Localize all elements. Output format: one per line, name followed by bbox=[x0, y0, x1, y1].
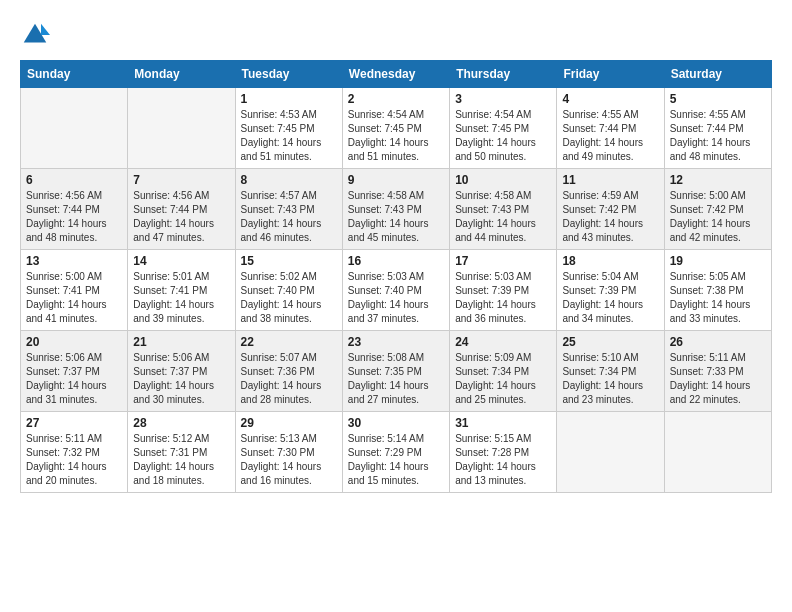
day-number: 25 bbox=[562, 335, 658, 349]
day-info: Sunrise: 5:12 AMSunset: 7:31 PMDaylight:… bbox=[133, 432, 229, 488]
day-number: 16 bbox=[348, 254, 444, 268]
day-number: 12 bbox=[670, 173, 766, 187]
day-number: 24 bbox=[455, 335, 551, 349]
day-number: 21 bbox=[133, 335, 229, 349]
calendar-cell: 5Sunrise: 4:55 AMSunset: 7:44 PMDaylight… bbox=[664, 88, 771, 169]
day-number: 11 bbox=[562, 173, 658, 187]
day-info: Sunrise: 4:54 AMSunset: 7:45 PMDaylight:… bbox=[455, 108, 551, 164]
day-info: Sunrise: 4:58 AMSunset: 7:43 PMDaylight:… bbox=[348, 189, 444, 245]
day-number: 3 bbox=[455, 92, 551, 106]
day-number: 31 bbox=[455, 416, 551, 430]
calendar-cell: 15Sunrise: 5:02 AMSunset: 7:40 PMDayligh… bbox=[235, 250, 342, 331]
logo bbox=[20, 20, 54, 50]
svg-marker-1 bbox=[41, 24, 50, 35]
day-number: 2 bbox=[348, 92, 444, 106]
calendar-cell: 16Sunrise: 5:03 AMSunset: 7:40 PMDayligh… bbox=[342, 250, 449, 331]
day-number: 27 bbox=[26, 416, 122, 430]
day-info: Sunrise: 4:59 AMSunset: 7:42 PMDaylight:… bbox=[562, 189, 658, 245]
day-info: Sunrise: 5:11 AMSunset: 7:32 PMDaylight:… bbox=[26, 432, 122, 488]
day-number: 1 bbox=[241, 92, 337, 106]
calendar-cell: 29Sunrise: 5:13 AMSunset: 7:30 PMDayligh… bbox=[235, 412, 342, 493]
day-info: Sunrise: 5:02 AMSunset: 7:40 PMDaylight:… bbox=[241, 270, 337, 326]
day-info: Sunrise: 5:15 AMSunset: 7:28 PMDaylight:… bbox=[455, 432, 551, 488]
calendar-cell: 4Sunrise: 4:55 AMSunset: 7:44 PMDaylight… bbox=[557, 88, 664, 169]
calendar-cell bbox=[664, 412, 771, 493]
day-number: 7 bbox=[133, 173, 229, 187]
calendar-cell: 28Sunrise: 5:12 AMSunset: 7:31 PMDayligh… bbox=[128, 412, 235, 493]
calendar-cell: 24Sunrise: 5:09 AMSunset: 7:34 PMDayligh… bbox=[450, 331, 557, 412]
calendar-cell: 31Sunrise: 5:15 AMSunset: 7:28 PMDayligh… bbox=[450, 412, 557, 493]
calendar-week-row: 6Sunrise: 4:56 AMSunset: 7:44 PMDaylight… bbox=[21, 169, 772, 250]
calendar-cell bbox=[557, 412, 664, 493]
day-info: Sunrise: 5:03 AMSunset: 7:39 PMDaylight:… bbox=[455, 270, 551, 326]
day-info: Sunrise: 5:14 AMSunset: 7:29 PMDaylight:… bbox=[348, 432, 444, 488]
day-number: 20 bbox=[26, 335, 122, 349]
calendar-cell bbox=[21, 88, 128, 169]
day-number: 8 bbox=[241, 173, 337, 187]
calendar-cell: 23Sunrise: 5:08 AMSunset: 7:35 PMDayligh… bbox=[342, 331, 449, 412]
day-number: 18 bbox=[562, 254, 658, 268]
calendar-cell: 19Sunrise: 5:05 AMSunset: 7:38 PMDayligh… bbox=[664, 250, 771, 331]
day-number: 6 bbox=[26, 173, 122, 187]
day-info: Sunrise: 5:03 AMSunset: 7:40 PMDaylight:… bbox=[348, 270, 444, 326]
calendar-week-row: 27Sunrise: 5:11 AMSunset: 7:32 PMDayligh… bbox=[21, 412, 772, 493]
calendar-cell: 26Sunrise: 5:11 AMSunset: 7:33 PMDayligh… bbox=[664, 331, 771, 412]
day-number: 9 bbox=[348, 173, 444, 187]
day-info: Sunrise: 5:09 AMSunset: 7:34 PMDaylight:… bbox=[455, 351, 551, 407]
calendar-header-row: SundayMondayTuesdayWednesdayThursdayFrid… bbox=[21, 61, 772, 88]
calendar-cell: 10Sunrise: 4:58 AMSunset: 7:43 PMDayligh… bbox=[450, 169, 557, 250]
day-info: Sunrise: 5:06 AMSunset: 7:37 PMDaylight:… bbox=[133, 351, 229, 407]
day-info: Sunrise: 4:55 AMSunset: 7:44 PMDaylight:… bbox=[670, 108, 766, 164]
day-info: Sunrise: 5:01 AMSunset: 7:41 PMDaylight:… bbox=[133, 270, 229, 326]
logo-icon bbox=[20, 20, 50, 50]
calendar-week-row: 20Sunrise: 5:06 AMSunset: 7:37 PMDayligh… bbox=[21, 331, 772, 412]
day-info: Sunrise: 5:00 AMSunset: 7:42 PMDaylight:… bbox=[670, 189, 766, 245]
day-info: Sunrise: 5:05 AMSunset: 7:38 PMDaylight:… bbox=[670, 270, 766, 326]
header-thursday: Thursday bbox=[450, 61, 557, 88]
calendar-cell: 13Sunrise: 5:00 AMSunset: 7:41 PMDayligh… bbox=[21, 250, 128, 331]
calendar-cell: 6Sunrise: 4:56 AMSunset: 7:44 PMDaylight… bbox=[21, 169, 128, 250]
day-info: Sunrise: 4:54 AMSunset: 7:45 PMDaylight:… bbox=[348, 108, 444, 164]
header-wednesday: Wednesday bbox=[342, 61, 449, 88]
calendar-cell: 11Sunrise: 4:59 AMSunset: 7:42 PMDayligh… bbox=[557, 169, 664, 250]
day-number: 10 bbox=[455, 173, 551, 187]
calendar-week-row: 13Sunrise: 5:00 AMSunset: 7:41 PMDayligh… bbox=[21, 250, 772, 331]
day-info: Sunrise: 5:11 AMSunset: 7:33 PMDaylight:… bbox=[670, 351, 766, 407]
day-info: Sunrise: 4:53 AMSunset: 7:45 PMDaylight:… bbox=[241, 108, 337, 164]
day-number: 19 bbox=[670, 254, 766, 268]
calendar-cell bbox=[128, 88, 235, 169]
calendar-cell: 27Sunrise: 5:11 AMSunset: 7:32 PMDayligh… bbox=[21, 412, 128, 493]
calendar-cell: 3Sunrise: 4:54 AMSunset: 7:45 PMDaylight… bbox=[450, 88, 557, 169]
calendar-cell: 7Sunrise: 4:56 AMSunset: 7:44 PMDaylight… bbox=[128, 169, 235, 250]
calendar-cell: 17Sunrise: 5:03 AMSunset: 7:39 PMDayligh… bbox=[450, 250, 557, 331]
day-number: 30 bbox=[348, 416, 444, 430]
calendar-table: SundayMondayTuesdayWednesdayThursdayFrid… bbox=[20, 60, 772, 493]
header-friday: Friday bbox=[557, 61, 664, 88]
day-info: Sunrise: 5:10 AMSunset: 7:34 PMDaylight:… bbox=[562, 351, 658, 407]
day-info: Sunrise: 4:57 AMSunset: 7:43 PMDaylight:… bbox=[241, 189, 337, 245]
day-info: Sunrise: 5:07 AMSunset: 7:36 PMDaylight:… bbox=[241, 351, 337, 407]
header-saturday: Saturday bbox=[664, 61, 771, 88]
calendar-week-row: 1Sunrise: 4:53 AMSunset: 7:45 PMDaylight… bbox=[21, 88, 772, 169]
day-number: 13 bbox=[26, 254, 122, 268]
day-info: Sunrise: 4:58 AMSunset: 7:43 PMDaylight:… bbox=[455, 189, 551, 245]
day-number: 17 bbox=[455, 254, 551, 268]
header-tuesday: Tuesday bbox=[235, 61, 342, 88]
day-info: Sunrise: 5:06 AMSunset: 7:37 PMDaylight:… bbox=[26, 351, 122, 407]
day-number: 22 bbox=[241, 335, 337, 349]
day-info: Sunrise: 5:08 AMSunset: 7:35 PMDaylight:… bbox=[348, 351, 444, 407]
day-info: Sunrise: 5:04 AMSunset: 7:39 PMDaylight:… bbox=[562, 270, 658, 326]
day-info: Sunrise: 4:55 AMSunset: 7:44 PMDaylight:… bbox=[562, 108, 658, 164]
calendar-cell: 21Sunrise: 5:06 AMSunset: 7:37 PMDayligh… bbox=[128, 331, 235, 412]
day-info: Sunrise: 4:56 AMSunset: 7:44 PMDaylight:… bbox=[133, 189, 229, 245]
day-number: 29 bbox=[241, 416, 337, 430]
day-number: 26 bbox=[670, 335, 766, 349]
calendar-cell: 2Sunrise: 4:54 AMSunset: 7:45 PMDaylight… bbox=[342, 88, 449, 169]
calendar-cell: 9Sunrise: 4:58 AMSunset: 7:43 PMDaylight… bbox=[342, 169, 449, 250]
day-number: 15 bbox=[241, 254, 337, 268]
header-sunday: Sunday bbox=[21, 61, 128, 88]
calendar-cell: 8Sunrise: 4:57 AMSunset: 7:43 PMDaylight… bbox=[235, 169, 342, 250]
calendar-cell: 14Sunrise: 5:01 AMSunset: 7:41 PMDayligh… bbox=[128, 250, 235, 331]
day-info: Sunrise: 5:00 AMSunset: 7:41 PMDaylight:… bbox=[26, 270, 122, 326]
calendar-cell: 12Sunrise: 5:00 AMSunset: 7:42 PMDayligh… bbox=[664, 169, 771, 250]
